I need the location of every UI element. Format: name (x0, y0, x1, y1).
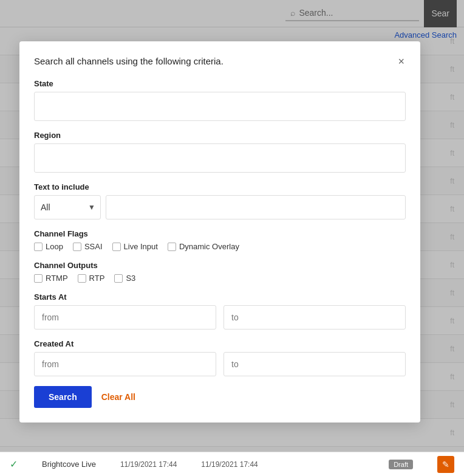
modal-title: Search all channels using the following … (34, 56, 223, 66)
edit-button[interactable]: ✎ (437, 456, 454, 473)
channel-outputs-label: Channel Outputs (34, 261, 406, 270)
starts-at-label: Starts At (34, 292, 406, 302)
output-s3[interactable]: S3 (114, 274, 135, 283)
bottom-date2: 11/19/2021 17:44 (201, 460, 258, 469)
region-group: Region (34, 131, 406, 173)
created-at-label: Created At (34, 339, 406, 348)
state-input[interactable] (34, 92, 406, 121)
modal-header: Search all channels using the following … (34, 56, 406, 67)
flag-loop-label: Loop (46, 242, 63, 251)
flag-dynamic-overlay-checkbox[interactable] (168, 243, 176, 251)
text-include-select[interactable]: All (41, 202, 94, 212)
output-rtp[interactable]: RTP (78, 274, 105, 283)
search-button[interactable]: Search (34, 386, 92, 408)
output-rtmp-label: RTMP (46, 274, 68, 283)
created-at-to-input[interactable] (223, 352, 406, 376)
flag-ssai-label: SSAI (84, 242, 103, 251)
starts-at-to-input[interactable] (223, 305, 406, 329)
state-label: State (34, 79, 406, 88)
text-include-input[interactable] (106, 195, 406, 219)
flag-live-input-label: Live Input (124, 242, 158, 251)
channel-flags-group: Channel Flags Loop SSAI Live Input Dynam… (34, 229, 406, 251)
text-include-label: Text to include (34, 182, 406, 191)
state-group: State (34, 79, 406, 121)
output-rtp-label: RTP (89, 274, 105, 283)
channel-flags-row: Loop SSAI Live Input Dynamic Overlay (34, 242, 406, 251)
bottom-row: ✓ Brightcove Live 11/19/2021 17:44 11/19… (0, 452, 464, 476)
actions-row: Search Clear All (34, 386, 406, 408)
flag-loop-checkbox[interactable] (34, 243, 43, 251)
flag-live-input-checkbox[interactable] (112, 243, 121, 251)
output-rtmp-checkbox[interactable] (34, 274, 43, 283)
flag-ssai[interactable]: SSAI (73, 242, 103, 251)
output-s3-label: S3 (126, 274, 135, 283)
flag-loop[interactable]: Loop (34, 242, 63, 251)
starts-at-group: Starts At (34, 292, 406, 329)
output-rtp-checkbox[interactable] (78, 274, 86, 283)
output-rtmp[interactable]: RTMP (34, 274, 68, 283)
clear-all-button[interactable]: Clear All (101, 392, 135, 402)
channel-outputs-row: RTMP RTP S3 (34, 274, 406, 283)
bottom-date1: 11/19/2021 17:44 (120, 460, 177, 469)
advanced-search-modal: Search all channels using the following … (19, 41, 420, 423)
text-include-select-wrapper[interactable]: All ▼ (34, 195, 101, 219)
draft-badge: Draft (389, 460, 413, 469)
channel-flags-label: Channel Flags (34, 229, 406, 238)
text-include-group: Text to include All ▼ (34, 182, 406, 219)
modal-close-button[interactable]: × (397, 56, 406, 67)
starts-at-from-input[interactable] (34, 305, 216, 329)
flag-ssai-checkbox[interactable] (73, 243, 81, 251)
flag-dynamic-overlay-label: Dynamic Overlay (179, 242, 239, 251)
region-input[interactable] (34, 143, 406, 173)
channel-outputs-group: Channel Outputs RTMP RTP S3 (34, 261, 406, 283)
created-at-from-input[interactable] (34, 352, 216, 376)
bottom-logo: Brightcove Live (42, 460, 96, 469)
flag-live-input[interactable]: Live Input (112, 242, 158, 251)
text-include-row: All ▼ (34, 195, 406, 219)
region-label: Region (34, 131, 406, 140)
flag-dynamic-overlay[interactable]: Dynamic Overlay (168, 242, 239, 251)
created-at-row (34, 352, 406, 376)
status-check-icon: ✓ (10, 458, 18, 470)
output-s3-checkbox[interactable] (114, 274, 123, 283)
starts-at-row (34, 305, 406, 329)
created-at-group: Created At (34, 339, 406, 376)
